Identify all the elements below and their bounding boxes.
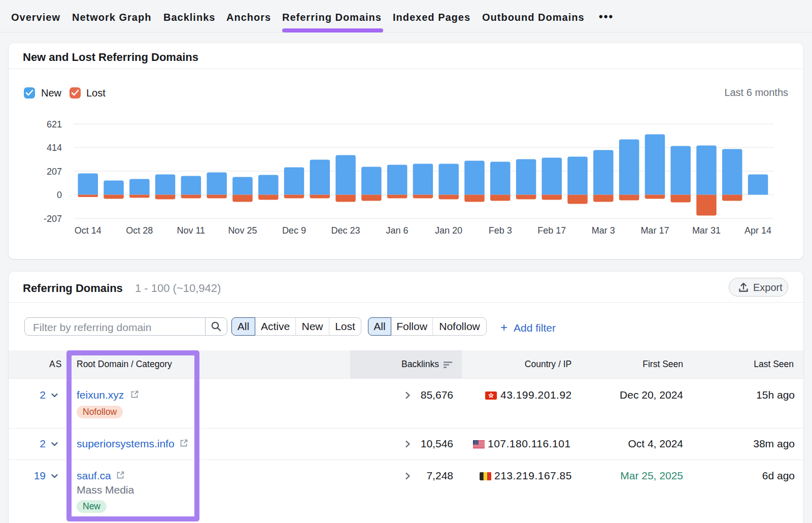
svg-text:Mar 17: Mar 17 [640, 225, 669, 236]
svg-text:207: 207 [47, 167, 62, 177]
svg-text:Oct 14: Oct 14 [75, 225, 101, 236]
svg-text:Mar 31: Mar 31 [692, 225, 721, 236]
svg-text:Jan 20: Jan 20 [435, 225, 462, 236]
svg-text:Nov 11: Nov 11 [177, 225, 205, 236]
svg-text:Apr 14: Apr 14 [745, 225, 771, 236]
svg-text:Oct 28: Oct 28 [126, 225, 153, 236]
svg-text:Feb 3: Feb 3 [489, 225, 512, 236]
svg-text:Nov 25: Nov 25 [228, 225, 257, 236]
svg-text:-207: -207 [44, 214, 62, 224]
svg-text:Dec 23: Dec 23 [331, 225, 360, 236]
svg-text:Mar 3: Mar 3 [592, 225, 615, 236]
svg-text:0: 0 [57, 190, 62, 200]
svg-text:Dec 9: Dec 9 [282, 225, 306, 236]
svg-text:621: 621 [47, 119, 62, 129]
svg-text:Jan 6: Jan 6 [386, 225, 409, 236]
svg-text:414: 414 [47, 143, 62, 153]
svg-text:Feb 17: Feb 17 [537, 225, 566, 236]
